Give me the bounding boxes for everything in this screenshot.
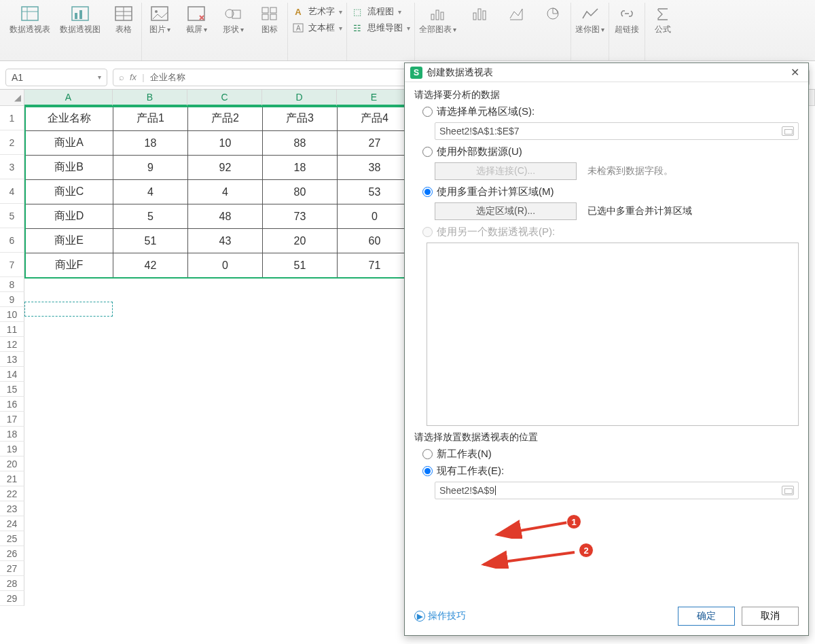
row-header[interactable]: 9 [0, 292, 24, 307]
data-cell[interactable]: 9 [113, 156, 188, 180]
header-cell[interactable]: 产品3 [263, 107, 338, 131]
range-input[interactable]: Sheet2!$A$1:$E$7 [435, 122, 799, 140]
opt-external[interactable]: 使用外部数据源(U) [422, 145, 799, 158]
data-cell[interactable]: 商业E [25, 229, 113, 253]
row-header[interactable]: 29 [0, 591, 24, 606]
row-header[interactable]: 21 [0, 471, 24, 486]
row-header[interactable]: 17 [0, 412, 24, 427]
data-cell[interactable]: 48 [188, 204, 263, 229]
data-cell[interactable]: 4 [188, 180, 263, 204]
col-header-A[interactable]: A [24, 90, 113, 106]
location-input[interactable]: Sheet2!$A$9 [435, 482, 799, 499]
range-picker-icon[interactable] [782, 486, 794, 495]
data-cell[interactable]: 60 [338, 229, 412, 253]
row-header[interactable]: 2 [0, 130, 24, 155]
wordart-button[interactable]: A艺术字▾ [292, 5, 342, 18]
chart-type-2[interactable] [466, 5, 493, 34]
row-header[interactable]: 12 [0, 337, 24, 352]
col-header-B[interactable]: B [113, 90, 187, 106]
row-header[interactable]: 10 [0, 307, 24, 322]
row-header[interactable]: 25 [0, 531, 24, 546]
chart-type-3[interactable] [503, 5, 530, 34]
header-cell[interactable]: 企业名称 [25, 107, 113, 131]
row-header[interactable]: 15 [0, 382, 24, 397]
close-button[interactable]: ✕ [786, 66, 803, 79]
textbox-button[interactable]: A文本框▾ [292, 22, 342, 34]
data-cell[interactable]: 商业F [25, 253, 113, 278]
row-header[interactable]: 3 [0, 155, 24, 179]
data-cell[interactable]: 43 [188, 229, 263, 253]
row-header[interactable]: 20 [0, 457, 24, 471]
range-picker-icon[interactable] [782, 126, 794, 136]
picture-button[interactable]: 图片 [146, 5, 173, 35]
col-header-C[interactable]: C [187, 90, 262, 106]
screenshot-button[interactable]: 截屏 [183, 5, 210, 35]
data-cell[interactable]: 18 [263, 156, 338, 180]
data-cell[interactable]: 20 [263, 229, 338, 253]
row-header[interactable]: 14 [0, 367, 24, 382]
select-all-corner[interactable]: ◢ [0, 90, 24, 106]
row-header[interactable]: 13 [0, 352, 24, 367]
all-charts-button[interactable]: 全部图表 [419, 5, 456, 35]
hyperlink-button[interactable]: 超链接 [613, 5, 640, 34]
header-cell[interactable]: 产品4 [338, 107, 412, 131]
row-header[interactable]: 18 [0, 427, 24, 442]
icons-button[interactable]: 图标 [256, 5, 283, 34]
data-cell[interactable]: 53 [338, 180, 412, 204]
row-header[interactable]: 24 [0, 516, 24, 531]
name-box[interactable]: A1 ▾ [5, 69, 107, 86]
row-header[interactable]: 7 [0, 253, 24, 277]
ok-button[interactable]: 确定 [678, 607, 735, 626]
row-header[interactable]: 4 [0, 179, 24, 204]
opt-multi[interactable]: 使用多重合并计算区域(M) [422, 185, 799, 198]
data-cell[interactable]: 71 [338, 253, 412, 278]
pivot-chart-button[interactable]: 数据透视图 [60, 5, 101, 34]
data-cell[interactable]: 27 [338, 131, 412, 156]
row-header[interactable]: 6 [0, 228, 24, 253]
header-cell[interactable]: 产品2 [188, 107, 263, 131]
data-cell[interactable]: 73 [263, 204, 338, 229]
opt-existing-sheet[interactable]: 现有工作表(E): [422, 465, 799, 478]
mindmap-button[interactable]: ☷思维导图▾ [351, 22, 410, 34]
data-cell[interactable]: 0 [338, 204, 412, 229]
sparkline-button[interactable]: 迷你图 [575, 5, 604, 35]
data-cell[interactable]: 92 [188, 156, 263, 180]
row-header[interactable]: 11 [0, 322, 24, 337]
opt-new-sheet[interactable]: 新工作表(N) [422, 448, 799, 461]
formula-button[interactable]: 公式 [649, 5, 676, 34]
data-cell[interactable]: 10 [188, 131, 263, 156]
data-cell[interactable]: 18 [113, 131, 188, 156]
pivot-table-button[interactable]: 数据透视表 [10, 5, 50, 34]
data-cell[interactable]: 5 [113, 204, 188, 229]
data-cell[interactable]: 38 [338, 156, 412, 180]
data-cell[interactable]: 42 [113, 253, 188, 278]
data-cell[interactable]: 80 [263, 180, 338, 204]
header-cell[interactable]: 产品1 [113, 107, 188, 131]
row-header[interactable]: 16 [0, 397, 24, 412]
row-header[interactable]: 26 [0, 546, 24, 561]
cancel-button[interactable]: 取消 [742, 607, 799, 626]
select-area-button[interactable]: 选定区域(R)... [435, 202, 577, 220]
data-cell[interactable]: 88 [263, 131, 338, 156]
data-cell[interactable]: 51 [113, 229, 188, 253]
col-header-D[interactable]: D [262, 90, 337, 106]
row-header[interactable]: 5 [0, 204, 24, 228]
chart-type-4[interactable] [539, 5, 566, 34]
tips-link[interactable]: ▶ 操作技巧 [414, 610, 466, 622]
row-header[interactable]: 28 [0, 576, 24, 591]
data-cell[interactable]: 商业C [25, 180, 113, 204]
table-button[interactable]: 表格 [110, 5, 137, 34]
col-header-E[interactable]: E [337, 90, 412, 106]
data-cell[interactable]: 4 [113, 180, 188, 204]
data-cell[interactable]: 商业D [25, 204, 113, 229]
data-cell[interactable]: 51 [263, 253, 338, 278]
flowchart-button[interactable]: ⬚流程图▾ [351, 5, 401, 18]
data-cell[interactable]: 商业A [25, 131, 113, 156]
data-cell[interactable]: 商业B [25, 156, 113, 180]
row-header[interactable]: 8 [0, 277, 24, 292]
opt-select-range[interactable]: 请选择单元格区域(S): [422, 105, 799, 118]
row-header[interactable]: 22 [0, 486, 24, 501]
row-header[interactable]: 19 [0, 442, 24, 457]
row-header[interactable]: 23 [0, 501, 24, 516]
shapes-button[interactable]: 形状 [219, 5, 247, 35]
